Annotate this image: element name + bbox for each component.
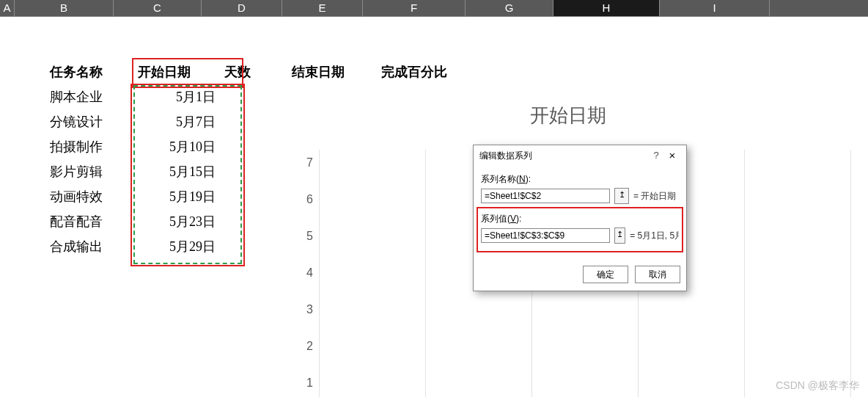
watermark: CSDN @极客李华 (776, 379, 859, 393)
header-start-date[interactable]: 开始日期 (133, 59, 220, 84)
series-value-label: 系列值(V): (481, 213, 679, 225)
col-header-B[interactable]: B (15, 0, 114, 16)
chart-axis-label: 1 (293, 376, 313, 390)
chart-axis-label: 2 (293, 340, 313, 353)
cell-start-date[interactable]: 5月7日 (133, 109, 220, 134)
cell-task-name[interactable]: 配音配音 (45, 209, 133, 234)
edit-series-dialog: 编辑数据系列 ? × 系列名称(N): ↥ = 开始日期 系列值(V): ↥ = (473, 145, 687, 291)
cell-start-date[interactable]: 5月19日 (133, 184, 220, 209)
range-picker-button[interactable]: ↥ (614, 227, 625, 244)
cell-start-date[interactable]: 5月23日 (133, 209, 220, 234)
col-header-I[interactable]: I (660, 0, 770, 16)
worksheet-area[interactable]: 任务名称 开始日期 天数 结束日期 完成百分比 脚本企业 5月1日 分镜设计 5… (0, 16, 868, 397)
series-name-preview: = 开始日期 (633, 190, 676, 203)
chart-title[interactable]: 开始日期 (279, 103, 858, 128)
red-highlight-series-value: 系列值(V): ↥ = 5月1日, 5月7日 (477, 207, 683, 252)
cell-start-date[interactable]: 5月10日 (133, 134, 220, 159)
cell-task-name[interactable]: 拍摄制作 (45, 134, 133, 159)
series-value-input[interactable] (481, 228, 610, 243)
header-percent[interactable]: 完成百分比 (377, 59, 474, 84)
header-end-date[interactable]: 结束日期 (287, 59, 377, 84)
col-header-F[interactable]: F (363, 0, 466, 16)
cell-task-name[interactable]: 动画特效 (45, 184, 133, 209)
cell-task-name[interactable]: 分镜设计 (45, 109, 133, 134)
cell-start-date[interactable]: 5月29日 (133, 234, 220, 259)
col-header-G[interactable]: G (466, 0, 553, 16)
chart-axis-label: 3 (293, 303, 313, 316)
col-header-A[interactable]: A (0, 0, 15, 16)
chart-axis-label: 5 (293, 230, 313, 243)
series-name-label: 系列名称(N): (481, 173, 679, 186)
col-header-C[interactable]: C (114, 0, 202, 16)
column-header-row: A B C D E F G H I (0, 0, 868, 17)
col-header-D[interactable]: D (202, 0, 282, 16)
cancel-button[interactable]: 取消 (635, 266, 680, 283)
cell-task-name[interactable]: 影片剪辑 (45, 159, 133, 184)
series-value-preview: = 5月1日, 5月7日 (630, 230, 679, 242)
chart-axis-label: 6 (293, 193, 313, 206)
dialog-titlebar[interactable]: 编辑数据系列 ? × (474, 145, 686, 166)
close-icon[interactable]: × (664, 145, 680, 166)
header-days[interactable]: 天数 (220, 59, 287, 84)
cell-start-date[interactable]: 5月1日 (133, 84, 220, 109)
chart-axis-label: 4 (293, 266, 313, 280)
cell-task-name[interactable]: 合成输出 (45, 234, 133, 259)
dialog-title-text: 编辑数据系列 (479, 145, 648, 166)
help-icon[interactable]: ? (648, 145, 664, 166)
range-picker-button[interactable]: ↥ (614, 188, 629, 204)
cell-task-name[interactable]: 脚本企业 (45, 84, 133, 109)
col-header-H[interactable]: H (553, 0, 660, 16)
col-header-E[interactable]: E (282, 0, 363, 16)
series-name-input[interactable] (481, 189, 610, 203)
header-task-name[interactable]: 任务名称 (45, 59, 133, 84)
table-header-row: 任务名称 开始日期 天数 结束日期 完成百分比 (45, 59, 474, 84)
ok-button[interactable]: 确定 (583, 266, 628, 283)
chart-axis-label: 7 (293, 156, 313, 170)
cell-start-date[interactable]: 5月15日 (133, 159, 220, 184)
